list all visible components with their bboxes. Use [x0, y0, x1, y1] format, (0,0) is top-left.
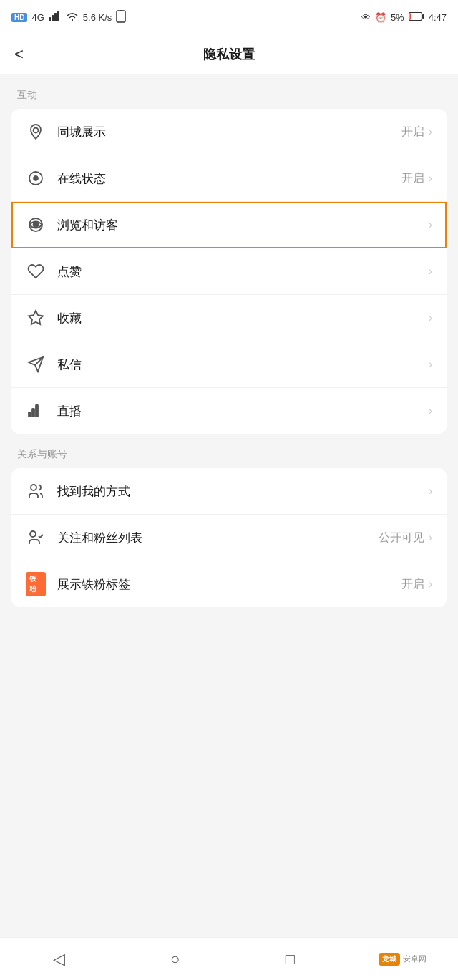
- menu-item-liulan[interactable]: 浏览和访客 ›: [11, 202, 447, 248]
- menu-text-tongcheng: 同城展示: [57, 124, 401, 140]
- menu-item-zaixian[interactable]: 在线状态 开启 ›: [11, 155, 447, 202]
- svg-rect-0: [49, 17, 51, 21]
- star-icon: [26, 308, 46, 328]
- menu-item-tiepen[interactable]: 铁粉 展示铁粉标签 开启 ›: [11, 561, 447, 607]
- device-icon: [116, 10, 126, 25]
- menu-value-tiepen: 开启: [401, 577, 424, 592]
- menu-text-zaixian: 在线状态: [57, 170, 401, 187]
- tiepen-icon: 铁粉: [26, 574, 46, 594]
- svg-rect-8: [422, 14, 424, 19]
- follow-icon: [26, 528, 46, 548]
- find-icon: [26, 481, 46, 501]
- time-label: 4:47: [429, 12, 447, 23]
- svg-point-19: [30, 531, 36, 537]
- battery-icon: [409, 12, 424, 23]
- status-right: 👁 ⏰ 5% 4:47: [361, 12, 447, 23]
- hd-badge: HD: [11, 13, 27, 22]
- watermark-logo: 龙城 安卓网: [379, 953, 427, 966]
- chevron-icon-zaixian: ›: [429, 172, 432, 185]
- menu-text-dianzan: 点赞: [57, 263, 424, 280]
- chevron-icon-tongcheng: ›: [429, 125, 432, 138]
- menu-item-shoucang[interactable]: 收藏 ›: [11, 295, 447, 341]
- recent-nav-button[interactable]: □: [264, 943, 316, 976]
- signal-icon: [49, 11, 62, 24]
- svg-rect-2: [54, 13, 57, 21]
- battery-label: 5%: [391, 12, 404, 23]
- speed-label: 5.6 K/s: [83, 12, 112, 23]
- svg-rect-6: [409, 12, 422, 20]
- svg-rect-15: [29, 412, 31, 417]
- online-icon: [26, 168, 46, 188]
- svg-rect-3: [57, 11, 59, 21]
- menu-text-shoucang: 收藏: [57, 310, 424, 326]
- message-icon: [26, 354, 46, 374]
- svg-point-11: [34, 176, 38, 180]
- chevron-icon-dianzan: ›: [429, 265, 432, 278]
- page-title: 隐私设置: [203, 46, 255, 63]
- chevron-icon-guanzhu: ›: [429, 531, 432, 544]
- live-icon: [26, 401, 46, 421]
- menu-text-zhibo: 直播: [57, 403, 424, 419]
- account-card: 找到我的方式 › 关注和粉丝列表 公开可见 › 铁粉 展示铁粉标签 开启: [11, 468, 447, 607]
- svg-rect-4: [117, 11, 125, 22]
- section-label-account: 关系与账号: [0, 434, 458, 468]
- svg-rect-16: [32, 409, 34, 417]
- menu-item-zhaodao[interactable]: 找到我的方式 ›: [11, 468, 447, 515]
- svg-rect-7: [409, 13, 411, 19]
- menu-value-zaixian: 开启: [401, 171, 424, 186]
- status-bar: HD 4G 5.6 K/s 👁 ⏰ 5%: [0, 0, 458, 34]
- chevron-icon-shoucang: ›: [429, 311, 432, 324]
- menu-text-tiepen: 展示铁粉标签: [57, 576, 401, 593]
- eye-icon: 👁: [361, 12, 371, 23]
- menu-text-zhaodao: 找到我的方式: [57, 483, 424, 500]
- svg-rect-17: [36, 405, 38, 417]
- interaction-card: 同城展示 开启 › 在线状态 开启 ›: [11, 109, 447, 434]
- network-icon: 4G: [31, 12, 44, 23]
- menu-item-guanzhu[interactable]: 关注和粉丝列表 公开可见 ›: [11, 515, 447, 561]
- header: < 隐私设置: [0, 34, 458, 74]
- menu-value-tongcheng: 开启: [401, 125, 424, 140]
- location-icon: [26, 122, 46, 142]
- back-button[interactable]: <: [14, 45, 24, 64]
- chevron-icon-liulan: ›: [429, 218, 432, 231]
- menu-item-tongcheng[interactable]: 同城展示 开启 ›: [11, 109, 447, 155]
- tiepen-badge: 铁粉: [26, 572, 46, 596]
- chevron-icon-tiepen: ›: [429, 578, 432, 591]
- home-nav-button[interactable]: ○: [149, 943, 201, 976]
- svg-marker-14: [29, 311, 43, 324]
- svg-rect-1: [52, 15, 54, 21]
- svg-point-13: [34, 223, 39, 228]
- svg-point-18: [31, 485, 36, 490]
- bottom-nav: ◁ ○ □ 龙城 安卓网: [0, 937, 458, 980]
- section-label-interaction: 互动: [0, 74, 458, 109]
- chevron-icon-zhibo: ›: [429, 404, 432, 417]
- menu-text-guanzhu: 关注和粉丝列表: [57, 530, 379, 546]
- chevron-icon-zhaodao: ›: [429, 485, 432, 498]
- wifi-icon: [66, 11, 79, 24]
- menu-item-dianzan[interactable]: 点赞 ›: [11, 248, 447, 295]
- content: 互动 同城展示 开启 › 在线状态 开启 ›: [0, 74, 458, 937]
- menu-item-zhibo[interactable]: 直播 ›: [11, 388, 447, 434]
- chevron-icon-xinxi: ›: [429, 358, 432, 371]
- menu-text-xinxi: 私信: [57, 356, 424, 373]
- status-left: HD 4G 5.6 K/s: [11, 10, 126, 25]
- menu-item-xixin[interactable]: 私信 ›: [11, 341, 447, 388]
- menu-value-guanzhu: 公开可见: [379, 530, 424, 545]
- menu-text-liulan: 浏览和访客: [57, 217, 424, 233]
- like-icon: [26, 261, 46, 281]
- svg-point-9: [34, 128, 39, 133]
- alarm-icon: ⏰: [375, 12, 386, 23]
- browse-icon: [26, 215, 46, 235]
- back-nav-button[interactable]: ◁: [31, 943, 87, 976]
